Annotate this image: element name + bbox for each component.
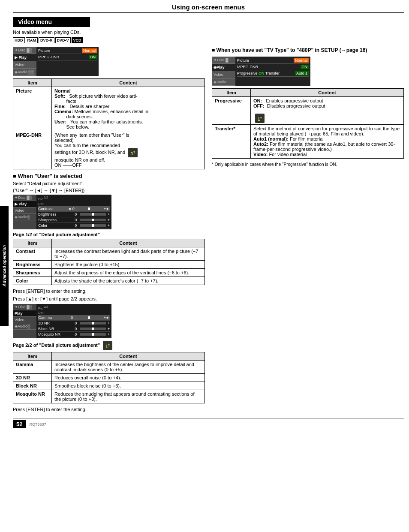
user-instruction: ("User" → [◄] → [▼] → [ENTER])	[13, 188, 205, 193]
color-label: Color	[13, 277, 52, 285]
progressive-label: Progressive	[212, 96, 251, 124]
table-row: Transfer* Select the method of conversio…	[212, 124, 404, 158]
left-column: ✦Disc ▓▒ ▶ Play Video ◈Audio ▒▒ Picture …	[13, 47, 205, 415]
main-table-header-content: Content	[52, 79, 205, 87]
table-row: Progressive ON: Enables progressive outp…	[212, 96, 404, 124]
page2-label: Page 2/2 of "Detail picture adjustment" …	[13, 341, 205, 350]
table-row: Mosquito NR Reduces the smudging that ap…	[13, 390, 205, 403]
table-row: Gamma Increases the brightness of the ce…	[13, 361, 205, 374]
main-table-header-item: Item	[13, 79, 52, 87]
table-row: 3D NR Reduces overall noise (0 to +4).	[13, 374, 205, 382]
brightness-content: Brightens the picture (0 to +15).	[52, 260, 205, 268]
not-available-text: Not available when playing CDs.	[13, 30, 404, 35]
slider-tab-video: Video	[13, 207, 36, 214]
contrast-label: Contrast	[13, 247, 52, 260]
tab-audio: ◈Audio ▒▒	[13, 69, 36, 76]
contrast-content: Increases the contrast between light and…	[52, 247, 205, 260]
slider-row-brightness: Brightness 0 +	[38, 212, 110, 217]
tab-play: ▶ Play	[13, 54, 36, 61]
right-table-header-item: Item	[212, 88, 251, 96]
item-picture-content: Normal Soft: Soft picture with fewer vid…	[52, 87, 205, 131]
slider-row-gamma: Gamma 0 +►	[38, 315, 110, 321]
press-enter-1: Press [ENTER] to enter the setting.	[13, 289, 205, 294]
slider2-tab-video: Video	[13, 317, 36, 323]
3dnr-label: 3D NR	[13, 374, 52, 382]
user-desc: Select "Detail picture adjustment".	[13, 181, 205, 186]
model-number: RQT6637	[29, 422, 46, 427]
slider-row-contrast: Contrast ◄ 0 +►	[38, 206, 110, 212]
table-row: Contrast Increases the contrast between …	[13, 247, 205, 260]
gamma-content: Increases the brightness of the center r…	[52, 361, 205, 374]
help-icon-2: 1?	[103, 341, 112, 350]
right-table: Item Content Progressive ON: Enables pro…	[212, 88, 404, 159]
slider-menu-page2: ✦Disc ▓▒ Play Video ◈Audio▒ Pic 2/2 Det …	[13, 304, 111, 339]
table-row: Color Adjusts the shade of the picture's…	[13, 277, 205, 285]
right-menu-progressive: Progressive ON Transfer Auto 1	[237, 70, 309, 77]
slider-tab-disc: ✦Disc ▓▒	[13, 195, 36, 201]
detail-table-header-item: Item	[13, 239, 52, 247]
bottom-bar: 52 RQT6637	[13, 418, 404, 428]
slider-tabs-2: ✦Disc ▓▒ Play Video ◈Audio▒	[13, 304, 36, 339]
menu-screenshot-right: ✦Disc ▓ ◈Play Video ◈Audio Picture Norma…	[212, 57, 310, 86]
slider-row-3dnr: 3D NR 0 +	[38, 321, 110, 326]
3dnr-content: Reduces overall noise (0 to +4).	[52, 374, 205, 382]
slider2-tab-audio: ◈Audio▒	[13, 323, 36, 330]
item-mpegdnr-content: (When any item other than "User" is sele…	[52, 131, 205, 169]
slider-content-page1: Pic 1/2 Det Contrast ◄ 0 +► Brightness 0…	[36, 195, 111, 229]
page-number: 52	[13, 420, 26, 428]
progressive-content: ON: Enables progressive output OFF: Disa…	[251, 96, 404, 124]
press-nav: Press [▲] or [▼] until page 2/2 appears.	[13, 296, 205, 301]
badge-dvdr: DVD-R	[39, 37, 54, 43]
right-menu-picture: Picture Normal	[237, 57, 309, 64]
help-icon-3: 1?	[255, 114, 265, 123]
menu-content: Picture Normal MPEG-DNR ON	[36, 47, 99, 76]
right-tab-video: Video	[212, 71, 235, 78]
right-column: When you have set "TV Type" to "480P" in…	[212, 47, 404, 415]
tab-disc: ✦Disc ▓▒	[13, 47, 36, 54]
right-tab-play: ◈Play	[212, 64, 235, 71]
tab-video: Video	[13, 61, 36, 69]
mosquitonr-label: Mosquito NR	[13, 390, 52, 403]
detail-table-header-content: Content	[52, 239, 205, 247]
slider-menu-page1: ✦Disc ▓▒ ▶ Play Video ◈Audio▒ Pic 1/2 De…	[13, 195, 111, 229]
table-row: Block NR Smoothes block noise (0 to +3).	[13, 382, 205, 390]
sharpness-label: Sharpness	[13, 268, 52, 277]
press-enter-2: Press [ENTER] to enter the setting.	[13, 407, 205, 412]
transfer-label: Transfer*	[212, 124, 251, 158]
slider-content-page2: Pic 2/2 Det Gamma 0 +► 3D NR 0 +	[36, 304, 111, 339]
table-row: MPEG-DNR (When any item other than "User…	[13, 131, 205, 169]
format-badges: HDD RAM DVD-R DVD-V VCD	[13, 37, 404, 43]
help-icon-1: 1?	[128, 148, 138, 157]
side-label: Advanced operation	[0, 206, 9, 326]
item-picture-label: Picture	[13, 87, 52, 131]
slider-row-mosquito: Mosquito NR 0 +	[38, 332, 110, 337]
right-menu-mpegdnr: MPEG-DNR ON	[237, 64, 309, 70]
right-menu-content: Picture Normal MPEG-DNR ON Progressive O…	[235, 57, 310, 86]
color-content: Adjusts the shade of the picture's color…	[52, 277, 205, 285]
gamma-label: Gamma	[13, 361, 52, 374]
right-table-header-content: Content	[251, 88, 404, 96]
right-tab-disc: ✦Disc ▓	[212, 57, 235, 64]
right-tab-audio: ◈Audio	[212, 78, 235, 86]
menu-tabs: ✦Disc ▓▒ ▶ Play Video ◈Audio ▒▒	[13, 47, 36, 76]
page1-label: Page 1/2 of "Detail picture adjustment"	[13, 232, 205, 237]
brightness-label: Brightness	[13, 260, 52, 268]
detail2-header-content: Content	[52, 352, 205, 361]
slider-row-blocknr: Block NR 0 +	[38, 326, 110, 332]
slider2-tab-play: Play	[13, 310, 36, 317]
sharpness-content: Adjust the sharpness of the edges of the…	[52, 268, 205, 277]
detail-table-page2: Item Content Gamma Increases the brightn…	[13, 352, 205, 403]
badge-ram: RAM	[26, 37, 38, 43]
section-title: Video menu	[13, 17, 90, 27]
slider-tab-play: ▶ Play	[13, 201, 36, 207]
table-row: Sharpness Adjust the sharpness of the ed…	[13, 268, 205, 277]
detail-table-page1: Item Content Contrast Increases the cont…	[13, 239, 205, 285]
menu-row-picture: Picture Normal	[38, 48, 97, 54]
right-section-title: When you have set "TV Type" to "480P" in…	[212, 47, 404, 54]
menu-screenshot-top: ✦Disc ▓▒ ▶ Play Video ◈Audio ▒▒ Picture …	[13, 47, 99, 76]
badge-vcd: VCD	[72, 37, 83, 43]
user-section-header: When "User" is selected	[13, 173, 205, 179]
badge-hdd: HDD	[13, 37, 25, 43]
badge-dvdv: DVD-V	[55, 37, 71, 43]
main-table: Item Content Picture Normal Soft: Soft p…	[13, 78, 205, 169]
